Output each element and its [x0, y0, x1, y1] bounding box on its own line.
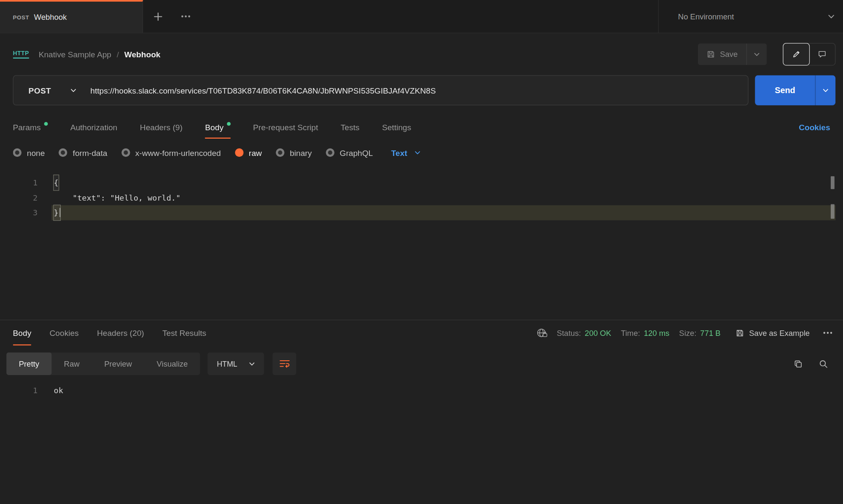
request-tab[interactable]: POST Webhook [0, 0, 143, 33]
request-body-editor[interactable]: 1 { 2 "text": "Hello, world." 3 } [0, 166, 843, 320]
tab-method-label: POST [13, 14, 30, 20]
response-tab-body[interactable]: Body [13, 320, 32, 346]
copy-response-button[interactable] [794, 359, 803, 368]
body-type-x-www-form-urlencoded[interactable]: x-www-form-urlencoded [121, 148, 221, 157]
scrollbar-mark [831, 204, 835, 219]
radio-icon [276, 148, 284, 157]
time-label: Time: [621, 329, 640, 337]
language-label: Text [391, 148, 407, 157]
comment-icon [818, 50, 826, 59]
response-format-label: HTML [217, 359, 237, 368]
language-selector[interactable]: Text [391, 148, 421, 157]
body-type-graphql[interactable]: GraphQL [326, 148, 373, 157]
code-area: } [51, 205, 835, 220]
breadcrumb-collection[interactable]: Knative Sample App [39, 50, 111, 59]
edit-button[interactable] [783, 43, 810, 66]
line-number: 3 [0, 205, 38, 220]
code-line: 2 "text": "Hello, world." [0, 190, 843, 205]
tab-params[interactable]: Params [13, 115, 48, 139]
response-tab-headers[interactable]: Headers (20) [97, 320, 144, 346]
radio-label: form-data [73, 148, 108, 157]
send-options-button[interactable] [815, 75, 835, 105]
radio-icon [13, 148, 22, 157]
request-header: HTTP Knative Sample App / Webhook Save [0, 33, 843, 75]
chevron-down-icon [828, 14, 835, 19]
copy-icon [794, 359, 803, 368]
time-indicator[interactable]: Time: 120 ms [621, 329, 669, 337]
wrap-lines-button[interactable] [273, 352, 296, 375]
size-indicator[interactable]: Size: 771 B [679, 329, 720, 337]
response-section: Body Cookies Headers (20) Test Results S… [0, 320, 843, 398]
tab-label: Body [13, 328, 32, 338]
save-options-button[interactable] [746, 43, 767, 65]
tab-tests[interactable]: Tests [341, 115, 360, 139]
code-text: { [54, 175, 59, 190]
body-type-form-data[interactable]: form-data [59, 148, 107, 157]
save-button-group: Save [698, 43, 767, 65]
radio-label: raw [249, 148, 262, 157]
response-tab-test-results[interactable]: Test Results [162, 320, 206, 346]
response-tab-cookies[interactable]: Cookies [50, 320, 79, 346]
code-area: { [51, 175, 835, 190]
tab-settings[interactable]: Settings [382, 115, 411, 139]
status-indicator[interactable]: Status: 200 OK [557, 329, 611, 337]
tab-body[interactable]: Body [205, 115, 230, 139]
breadcrumb: Knative Sample App / Webhook [39, 50, 161, 59]
send-button[interactable]: Send [755, 75, 815, 105]
save-icon [735, 329, 744, 337]
app-window: POST Webhook No Environment HTTP Knative… [0, 0, 843, 504]
tab-label: Tests [341, 122, 360, 131]
view-mode-visualize[interactable]: Visualize [144, 352, 200, 375]
body-type-options: none form-data x-www-form-urlencoded raw… [0, 139, 843, 166]
comment-button[interactable] [809, 43, 835, 65]
save-button[interactable]: Save [698, 43, 746, 65]
tab-pre-request-script[interactable]: Pre-request Script [253, 115, 318, 139]
environment-selector[interactable]: No Environment [678, 12, 835, 21]
tab-label: Test Results [162, 328, 206, 338]
radio-label: x-www-form-urlencoded [135, 148, 221, 157]
breadcrumb-request-name[interactable]: Webhook [124, 50, 161, 59]
environment-zone: No Environment [658, 0, 843, 33]
more-dots-icon [181, 15, 190, 18]
url-bar: POST [13, 75, 749, 105]
tab-options-button[interactable] [173, 0, 198, 33]
body-type-binary[interactable]: binary [276, 148, 312, 157]
view-mode-preview[interactable]: Preview [92, 352, 144, 375]
tab-label: Settings [382, 122, 411, 131]
plus-icon [153, 11, 163, 21]
chevron-down-icon [70, 88, 76, 92]
line-number: 1 [0, 175, 38, 190]
method-selector[interactable]: POST [13, 76, 90, 105]
request-tabs: Params Authorization Headers (9) Body Pr… [0, 115, 843, 139]
body-type-none[interactable]: none [13, 148, 45, 157]
code-text: } [54, 205, 61, 220]
response-body[interactable]: 1 ok [0, 375, 843, 398]
response-options-button[interactable] [819, 332, 835, 334]
network-info-button[interactable] [537, 328, 548, 338]
wrap-lines-icon [280, 359, 290, 368]
body-type-raw[interactable]: raw [235, 148, 262, 157]
line-number: 1 [0, 383, 38, 398]
code-line: 1 ok [0, 383, 843, 398]
time-value: 120 ms [644, 329, 670, 337]
save-as-example-button[interactable]: Save as Example [735, 329, 810, 337]
tab-label: Params [13, 122, 41, 131]
tab-headers[interactable]: Headers (9) [140, 115, 183, 139]
view-mode-pretty[interactable]: Pretty [6, 352, 51, 375]
view-mode-raw[interactable]: Raw [51, 352, 92, 375]
code-text: ok [54, 386, 63, 395]
response-format-selector[interactable]: HTML [207, 352, 264, 375]
url-input[interactable] [90, 76, 748, 105]
save-as-example-label: Save as Example [749, 329, 810, 337]
request-url-row: POST Send [0, 75, 843, 115]
green-dot [227, 122, 231, 126]
cookies-link[interactable]: Cookies [799, 122, 830, 131]
search-response-button[interactable] [819, 359, 828, 368]
chevron-down-icon [249, 362, 255, 366]
more-dots-icon [823, 332, 832, 334]
chevron-down-icon [415, 151, 420, 155]
tab-authorization[interactable]: Authorization [70, 115, 118, 139]
request-actions-group [783, 43, 835, 66]
radio-label: GraphQL [340, 148, 373, 157]
new-tab-button[interactable] [143, 0, 173, 33]
